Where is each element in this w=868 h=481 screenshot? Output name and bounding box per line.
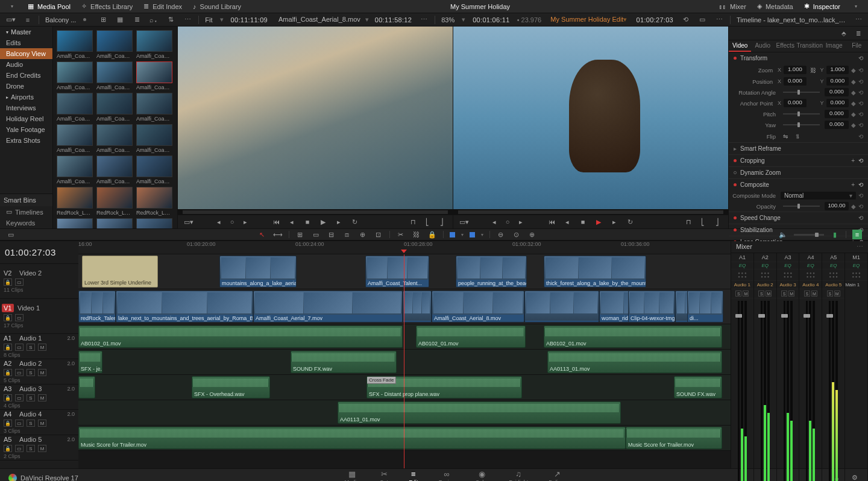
auto-select-btn[interactable]: ▭ (15, 369, 24, 376)
fader[interactable] (806, 301, 808, 481)
tl-stop[interactable]: ■ (578, 217, 588, 227)
sort-icon[interactable]: ⇅ (166, 15, 175, 25)
tl-nav-next[interactable]: ▸ (516, 217, 526, 227)
solo-btn[interactable]: S (735, 291, 741, 297)
mute-btn[interactable]: M (38, 394, 46, 401)
media-clip[interactable]: Amalfi_Coast_T... (96, 156, 133, 184)
media-clip[interactable] (136, 218, 172, 228)
timeline-clip[interactable]: SOUND FX.wav (291, 351, 397, 373)
timeline-more-icon[interactable]: ⋯ (714, 15, 724, 25)
src-nav-prev[interactable]: ◂ (214, 217, 224, 227)
fader[interactable] (761, 301, 763, 481)
src-mode-icon[interactable]: ▭▾ (184, 217, 193, 227)
bin-item[interactable]: Yale Footage (0, 124, 52, 135)
view-thumb-icon[interactable]: ⊞ (98, 15, 108, 25)
timeline-clip[interactable]: thick_forest_along_a_lake_by_the_mountai… (544, 256, 646, 288)
media-clip[interactable]: Amalfi_Coast_T... (96, 93, 133, 122)
timeline-name[interactable]: My Summer Holiday Edit (550, 16, 623, 23)
cropping-header[interactable]: Cropping+⟲ (729, 155, 868, 166)
page-tab-edit[interactable]: ≡Edit (409, 470, 418, 482)
bypass-icon[interactable]: ⟲ (681, 15, 690, 25)
mute-btn[interactable]: M (743, 291, 749, 297)
tl-mark-out[interactable]: ⎦ (712, 217, 722, 227)
view-list-icon[interactable]: ≣ (132, 15, 142, 25)
auto-select-btn[interactable]: ▭ (15, 445, 24, 452)
media-clip[interactable]: Amalfi_Coast_A... (57, 61, 93, 90)
pitch-slider[interactable] (783, 113, 820, 115)
mute-btn[interactable]: M (834, 291, 840, 297)
metadata-toggle[interactable]: ◈Metadata (757, 2, 793, 10)
time-ruler[interactable]: 16:0001:00:20:0001:00:24:0001:00:28:0001… (78, 241, 731, 254)
eq-button[interactable]: EQ (754, 262, 776, 269)
reset-icon[interactable]: ⟲ (858, 203, 863, 210)
timeline-clip[interactable]: AA0113_01.mov (338, 401, 621, 424)
anchor-x-field[interactable]: 0.000 (784, 99, 806, 107)
composite-header[interactable]: Composite+⟲ (729, 179, 868, 190)
auto-select-btn[interactable]: ▭ (15, 420, 24, 427)
timeline-clip[interactable]: AB0102_01.mov (416, 325, 526, 348)
solo-btn[interactable]: S (27, 394, 35, 401)
page-tab-media[interactable]: ▦Media (345, 470, 360, 482)
volume-slider[interactable] (794, 234, 824, 236)
timeline-clip[interactable]: Amalfi_Coast_Aerial_7.mov (253, 291, 403, 322)
mute-btn[interactable]: M (38, 420, 46, 427)
inspector-tab[interactable]: File (845, 40, 867, 52)
opacity-field[interactable]: 100.00 (825, 202, 849, 210)
effects-library-toggle[interactable]: ✧Effects Library (81, 2, 133, 10)
transform-section-header[interactable]: Transform⟲ (729, 52, 868, 64)
timeline-clip[interactable]: Lower 3rd Simple Underline (82, 256, 158, 288)
fader[interactable] (784, 301, 785, 481)
reset-icon[interactable]: ⟲ (858, 111, 863, 118)
mixer-toggle[interactable]: ⫾⫾Mixer (719, 3, 746, 10)
track-header[interactable]: A3Audio 32.0🔒▭SM4 Clips (0, 385, 78, 410)
master-bin[interactable]: ▾Master (0, 27, 52, 37)
timeline-clip[interactable]: di... (687, 291, 723, 322)
media-clip[interactable]: Amalfi_Coast_T... (136, 93, 172, 122)
auto-select-btn[interactable]: ▭ (15, 344, 24, 351)
insp-key-icon[interactable]: ⬘ (839, 28, 849, 38)
overwrite-icon[interactable]: ▭ (311, 230, 321, 239)
flip-v-icon[interactable]: ⥮ (793, 131, 802, 141)
media-clip[interactable] (57, 218, 93, 228)
tl-nav-prev[interactable]: ◂ (489, 217, 499, 227)
timeline-clip[interactable]: people_running_at_the_beach_in_brig... (456, 256, 527, 288)
keyframe-icon[interactable]: ◆ (851, 100, 856, 107)
source-more-icon[interactable]: ⋯ (419, 15, 429, 25)
media-clip[interactable]: Amalfi_Coast_T... (57, 156, 93, 184)
opacity-slider[interactable] (783, 206, 820, 207)
workspace-chevron-right[interactable]: ▾ (851, 2, 861, 11)
blade-tool[interactable]: ✂ (396, 230, 406, 239)
solo-btn[interactable]: S (27, 445, 35, 452)
solo-btn[interactable]: S (827, 291, 833, 297)
playhead[interactable] (404, 254, 404, 468)
solo-btn[interactable]: S (27, 344, 35, 351)
media-clip[interactable]: Amalfi_Coast_T... (57, 93, 93, 122)
reset-icon[interactable]: ⟲ (858, 192, 863, 199)
zoom-out-icon[interactable]: ⊖ (496, 230, 506, 239)
lock-track-btn[interactable]: 🔒 (4, 394, 12, 401)
mute-btn[interactable]: M (766, 291, 772, 297)
zoom-fit-icon[interactable]: ⊙ (512, 230, 521, 239)
zoom-percent[interactable]: 83% (441, 16, 454, 24)
fader[interactable] (738, 301, 740, 481)
timeline-clip[interactable] (524, 291, 599, 322)
source-viewer[interactable]: ▭▾ ⏮ ◂ ■ ▶ ▸ ↻ ⊓ ⎣ ⎦ ◂ ○ ▸ (177, 27, 453, 228)
timeline-scrubber[interactable] (453, 209, 728, 215)
timeline-clip[interactable]: Music Score for Trailer.mov (78, 427, 626, 449)
customize-icon[interactable]: ≡ (852, 230, 862, 239)
pos-x-field[interactable]: 0.000 (784, 77, 806, 86)
inspector-tab[interactable]: Image (823, 40, 845, 52)
eq-button[interactable]: EQ (845, 262, 867, 269)
page-tab-deliver[interactable]: ↗Deliver (549, 470, 565, 482)
timeline-clip[interactable]: SFX - je... (78, 351, 102, 373)
src-mark-in[interactable]: ⎣ (423, 217, 432, 227)
smart-bin-keywords[interactable]: Keywords (0, 218, 52, 228)
mute-btn[interactable]: M (811, 291, 817, 297)
tl-prev-frame[interactable]: ◂ (562, 217, 572, 227)
media-clip[interactable]: RedRock_Land... (96, 187, 133, 216)
track-header[interactable]: A5Audio 52.0🔒▭SM2 Clips (0, 435, 78, 461)
timeline-clip[interactable]: Amalfi_Coast_Talent... (365, 256, 429, 288)
src-next-frame[interactable]: ▸ (334, 217, 344, 227)
insert-icon[interactable]: ⊞ (295, 230, 305, 239)
speed-change-header[interactable]: Speed Change⟲ (729, 212, 868, 224)
